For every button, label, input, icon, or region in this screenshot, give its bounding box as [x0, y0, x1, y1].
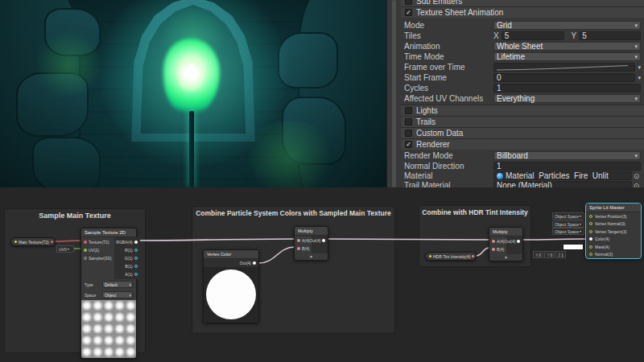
start-frame-field[interactable]: 0 — [493, 73, 635, 82]
frame-over-time-curve-field[interactable] — [493, 63, 635, 72]
module-texture-sheet-animation[interactable]: ✓ Texture Sheet Animation — [401, 6, 644, 18]
object-picker-icon[interactable]: ⊙ — [632, 182, 641, 188]
port-a-output[interactable]: A(1) — [114, 270, 140, 278]
port-g-output[interactable]: G(1) — [114, 254, 140, 262]
port-dot[interactable] — [253, 261, 256, 265]
port-uv-input[interactable]: UV(2) — [81, 246, 114, 254]
port-dot[interactable] — [589, 245, 592, 249]
vertex-position-space-dropdown[interactable]: Object Space▾ — [552, 212, 584, 220]
vertex-normal-space-dropdown[interactable]: Object Space▾ — [552, 220, 584, 228]
checkbox-texture-sheet-animation[interactable]: ✓ — [405, 9, 412, 16]
port-dot[interactable] — [492, 248, 495, 251]
port-dot[interactable] — [84, 249, 87, 252]
checkbox-custom-data[interactable] — [405, 130, 412, 137]
vector-y-field[interactable]: Y0 — [544, 251, 555, 258]
mask-color-swatch[interactable] — [563, 244, 584, 250]
port-vertex-tangent[interactable]: Vertex Tangent(3) — [586, 228, 641, 236]
space-row: Space Object▾ — [81, 290, 136, 300]
port-dot[interactable] — [134, 241, 138, 244]
space-dropdown[interactable]: Object▾ — [102, 291, 133, 298]
checkbox-trails[interactable] — [405, 118, 412, 125]
trail-material-object-field[interactable]: None (Material) — [493, 181, 632, 187]
port-dot[interactable] — [134, 257, 138, 260]
node-multiply-1[interactable]: Multiply A(4) B(4) Out(4) ▼ — [294, 226, 328, 261]
dropdown-arrow-icon[interactable]: ▾ — [638, 64, 641, 71]
port-out[interactable]: Out(4) — [204, 259, 258, 267]
vector-x-field[interactable]: X0 — [533, 251, 543, 258]
port-dot[interactable] — [297, 247, 300, 250]
module-custom-data[interactable]: Custom Data — [401, 127, 644, 138]
port-dot[interactable] — [84, 257, 87, 260]
normal-vector3-widget[interactable]: X0 Y0 Z1 — [533, 251, 566, 258]
uv-channel-dropdown[interactable]: UV0▾ — [56, 245, 74, 253]
cycles-field[interactable]: 1 — [493, 84, 641, 93]
collapse-chevron-icon[interactable]: ▼ — [489, 254, 522, 261]
port-dot[interactable] — [589, 230, 592, 233]
port-dot[interactable] — [517, 240, 520, 243]
port-b-input[interactable]: B(4) — [489, 245, 506, 253]
port-r-output[interactable]: R(1) — [114, 246, 140, 254]
type-dropdown[interactable]: Default▾ — [102, 281, 133, 288]
port-b-output[interactable]: B(1) — [114, 262, 140, 270]
node-multiply-2[interactable]: Multiply A(4) B(4) Out(4) ▼ — [489, 227, 523, 261]
node-sprite-lit-master[interactable]: Sprite Lit Master Vertex Position(3) Ver… — [585, 203, 642, 259]
port-rgba-output[interactable]: RGBA(4) — [114, 238, 140, 246]
output-port[interactable] — [51, 241, 53, 243]
port-dot[interactable] — [589, 222, 592, 225]
port-dot[interactable] — [297, 239, 300, 242]
port-color[interactable]: Color(4) — [586, 236, 641, 244]
node-vertex-color[interactable]: Vertex Color Out(4) — [203, 249, 259, 323]
checkbox-lights[interactable] — [405, 107, 412, 114]
pill-label: Main Texture(T2) — [19, 240, 49, 245]
port-dot[interactable] — [589, 237, 592, 241]
port-normal[interactable]: Normal(3) — [586, 251, 641, 259]
port-dot[interactable] — [589, 215, 592, 218]
port-vertex-position[interactable]: Vertex Position(3) — [586, 212, 641, 220]
node-sample-texture-2d[interactable]: Sample Texture 2D Texture(T2) UV(2) Samp… — [80, 228, 137, 359]
port-texture-input[interactable]: Texture(T2) — [81, 238, 114, 246]
port-dot[interactable] — [322, 239, 325, 242]
shader-graph-canvas[interactable]: Sample Main Texture Combine Particle Sys… — [0, 187, 644, 362]
port-mask[interactable]: Mask(4) — [586, 243, 641, 251]
tiles-y-field[interactable]: 5 — [579, 31, 641, 40]
field-label: Cycles — [404, 84, 428, 93]
port-dot[interactable] — [589, 253, 592, 256]
property-pill-hdr-tint-intensity[interactable]: HDR Tint Intensity(4) — [425, 252, 477, 261]
port-dot[interactable] — [134, 273, 138, 276]
port-dot[interactable] — [84, 241, 87, 244]
normal-direction-field[interactable]: 1 — [493, 162, 641, 171]
dropdown-arrow-icon: ▾ — [580, 222, 581, 226]
module-lights[interactable]: Lights — [401, 105, 644, 116]
render-mode-dropdown[interactable]: Billboard▾ — [493, 151, 641, 160]
output-port[interactable] — [472, 255, 474, 257]
port-out[interactable]: Out(4) — [312, 237, 328, 245]
dropdown-arrow-icon[interactable]: ▾ — [638, 75, 641, 81]
port-dot[interactable] — [134, 249, 138, 252]
field-label: Space — [85, 293, 96, 298]
port-dot[interactable] — [134, 265, 138, 268]
material-object-field[interactable]: Material_Particles_Fire_Unlit — [493, 171, 632, 180]
port-out[interactable]: Out(4) — [506, 237, 522, 245]
checkbox-sub-emitters[interactable] — [405, 0, 412, 5]
collapse-chevron-icon[interactable]: ▼ — [295, 253, 328, 260]
module-renderer[interactable]: ✓ Renderer — [401, 138, 644, 150]
port-b-input[interactable]: B(4) — [295, 245, 312, 253]
vertex-tangent-space-dropdown[interactable]: Object Space▾ — [552, 228, 584, 235]
time-mode-dropdown[interactable]: Lifetime▾ — [493, 52, 641, 61]
port-dot[interactable] — [492, 240, 495, 243]
wire-multiply2-to-master-color[interactable] — [522, 239, 587, 240]
property-pill-main-texture[interactable]: Main Texture(T2) — [10, 237, 56, 246]
checkbox-renderer[interactable]: ✓ — [405, 141, 412, 148]
animation-dropdown[interactable]: Whole Sheet▾ — [493, 42, 641, 51]
affected-uv-dropdown[interactable]: Everything▾ — [493, 94, 641, 103]
port-sampler-input[interactable]: Sampler(SS) — [81, 254, 114, 262]
tiles-x-field[interactable]: 5 — [502, 31, 565, 40]
module-sub-emitters[interactable]: Sub Emitters — [401, 0, 644, 6]
object-picker-icon[interactable]: ⊙ — [632, 172, 641, 180]
vector-z-field[interactable]: Z1 — [555, 251, 566, 258]
port-vertex-normal[interactable]: Vertex Normal(3) — [586, 220, 641, 228]
module-trails[interactable]: Trails — [401, 116, 644, 127]
inspector-scrollbar[interactable] — [392, 0, 396, 187]
dropdown-arrow-icon: ▾ — [634, 23, 638, 29]
mode-dropdown[interactable]: Grid ▾ — [493, 21, 641, 30]
